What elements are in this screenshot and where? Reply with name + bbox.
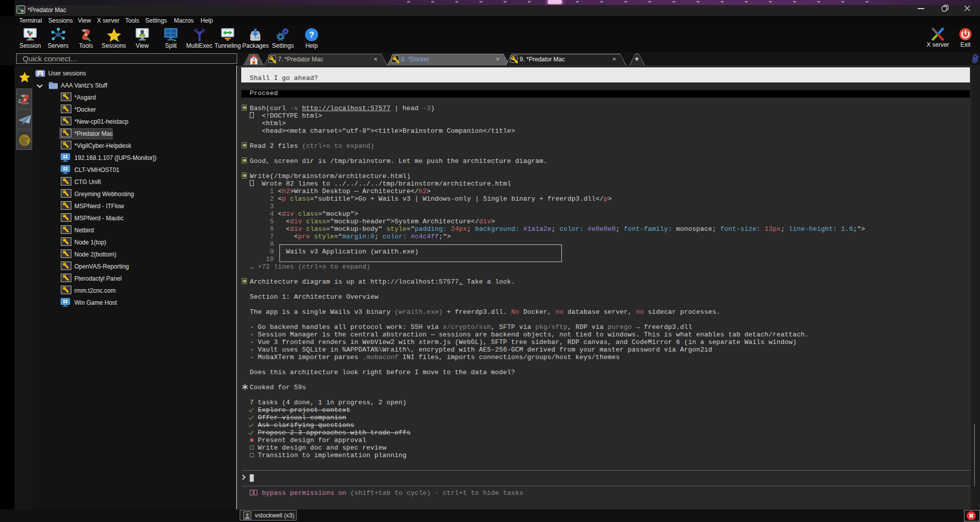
svg-text:?: ? xyxy=(309,30,314,40)
